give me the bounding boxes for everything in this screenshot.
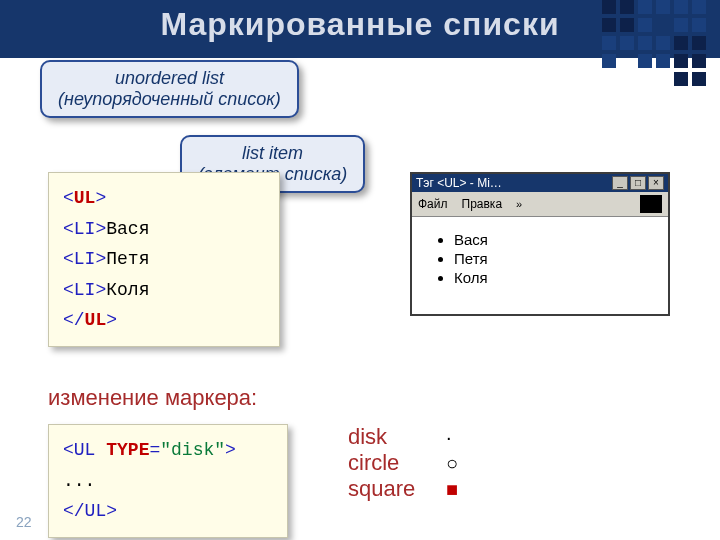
marker-name: disk — [348, 424, 446, 450]
callout-unordered-list: unordered list (неупорядоченный список) — [40, 60, 299, 118]
browser-title: Тэг <UL> - Mi… — [416, 176, 502, 190]
header-band: Маркированные списки — [0, 0, 720, 58]
callout-line: (неупорядоченный список) — [58, 89, 281, 110]
list-item: Петя — [454, 250, 650, 267]
browser-preview: Тэг <UL> - Mi… _ □ × Файл Правка » Вася … — [410, 172, 670, 316]
table-row: square ■ — [348, 476, 458, 502]
header-decor — [602, 0, 706, 104]
code-example-marker: <UL TYPE="disk"> ... </UL> — [48, 424, 288, 538]
disk-icon: · — [446, 426, 452, 449]
browser-titlebar: Тэг <UL> - Mi… _ □ × — [412, 174, 668, 192]
browser-logo-icon — [640, 195, 662, 213]
marker-name: circle — [348, 450, 446, 476]
code-example-ul: <UL> <LI>Вася <LI>Петя <LI>Коля </UL> — [48, 172, 280, 347]
table-row: disk · — [348, 424, 458, 450]
circle-icon: ○ — [446, 452, 458, 475]
callout-line: unordered list — [58, 68, 281, 89]
menu-more-icon[interactable]: » — [516, 198, 522, 210]
square-icon: ■ — [446, 478, 458, 501]
menu-edit[interactable]: Правка — [462, 197, 503, 211]
minimize-icon[interactable]: _ — [612, 176, 628, 190]
browser-content: Вася Петя Коля — [412, 217, 668, 314]
marker-types-table: disk · circle ○ square ■ — [348, 424, 458, 502]
page-number: 22 — [16, 514, 32, 530]
menu-file[interactable]: Файл — [418, 197, 448, 211]
maximize-icon[interactable]: □ — [630, 176, 646, 190]
marker-change-label: изменение маркера: — [48, 385, 257, 411]
close-icon[interactable]: × — [648, 176, 664, 190]
callout-line: list item — [198, 143, 347, 164]
table-row: circle ○ — [348, 450, 458, 476]
list-item: Вася — [454, 231, 650, 248]
browser-menubar: Файл Правка » — [412, 192, 668, 217]
marker-name: square — [348, 476, 446, 502]
list-item: Коля — [454, 269, 650, 286]
